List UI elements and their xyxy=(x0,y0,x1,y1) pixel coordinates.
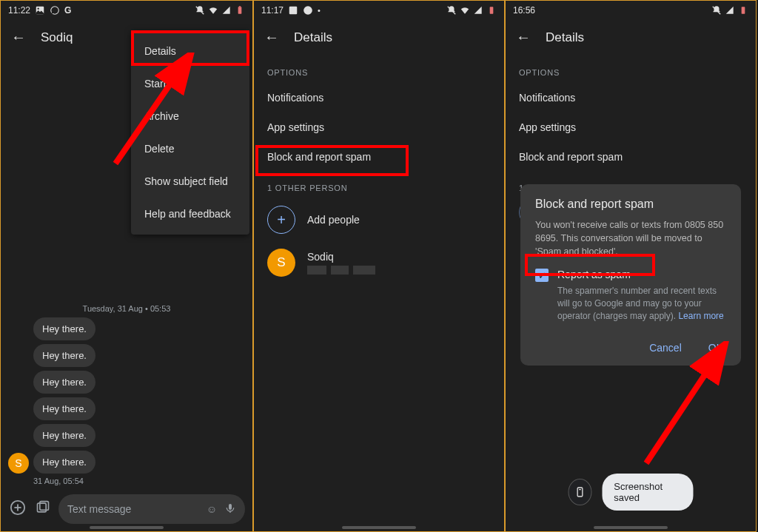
dialog-title: Block and report spam xyxy=(535,198,726,211)
report-spam-subtext: The spammer's number and recent texts wi… xyxy=(557,285,726,322)
mic-icon[interactable] xyxy=(224,502,236,516)
emoji-icon[interactable]: ☺ xyxy=(207,503,217,515)
menu-starred[interactable]: Starred xyxy=(131,67,249,100)
back-arrow-icon[interactable]: ← xyxy=(11,29,26,46)
back-arrow-icon[interactable]: ← xyxy=(264,29,279,46)
compose-bar: Text message ☺ xyxy=(1,494,252,524)
dnd-icon xyxy=(711,5,722,16)
battery-icon xyxy=(235,5,245,16)
screenshot-panel-3: 16:56 ← Details OPTIONS Notifications Ap… xyxy=(505,0,757,532)
section-people-label: 1 OTHER PERSON xyxy=(254,172,504,198)
page-title: Details xyxy=(294,30,332,45)
svg-rect-19 xyxy=(742,7,745,13)
chat-date: Tuesday, 31 Aug • 05:53 xyxy=(1,300,252,317)
svg-rect-13 xyxy=(229,504,232,510)
ok-button[interactable]: OK xyxy=(705,337,726,358)
menu-help[interactable]: Help and feedback xyxy=(131,198,249,230)
signal-icon xyxy=(473,5,483,16)
cancel-button[interactable]: Cancel xyxy=(646,337,685,358)
plus-circle-icon: + xyxy=(267,206,295,234)
whatsapp-icon xyxy=(303,5,313,16)
svg-point-1 xyxy=(38,8,39,10)
status-time: 16:56 xyxy=(513,5,535,16)
signal-icon xyxy=(221,5,232,16)
overflow-menu: Details Starred Archive Delete Show subj… xyxy=(131,30,249,235)
status-time: 11:22 xyxy=(8,5,30,16)
block-spam-dialog: Block and report spam You won't receive … xyxy=(520,184,741,366)
person-name: Sodiq xyxy=(307,251,375,263)
message-placeholder: Text message xyxy=(67,503,207,515)
whatsapp-icon xyxy=(50,5,60,16)
message-bubble[interactable]: Hey there. xyxy=(33,424,95,447)
learn-more-link[interactable]: Learn more xyxy=(678,311,723,321)
svg-rect-4 xyxy=(238,7,242,13)
details-header: ← Details xyxy=(254,18,504,56)
menu-archive[interactable]: Archive xyxy=(131,100,249,132)
screenshot-panel-1: 11:22 G ← Sodiq Details Starred Archive … xyxy=(0,0,253,532)
refresh-icon[interactable] xyxy=(568,479,592,505)
menu-delete[interactable]: Delete xyxy=(131,132,249,165)
chat-messages: Tuesday, 31 Aug • 05:53 Hey there. Hey t… xyxy=(1,300,252,485)
option-app-settings[interactable]: App settings xyxy=(254,112,504,142)
person-row[interactable]: S Sodiq xyxy=(254,241,504,284)
svg-rect-5 xyxy=(239,6,241,7)
battery-icon xyxy=(486,5,497,16)
svg-line-21 xyxy=(646,351,720,463)
option-notifications[interactable]: Notifications xyxy=(506,83,756,112)
report-spam-checkbox[interactable]: ✓ xyxy=(535,269,549,282)
gallery-icon[interactable] xyxy=(33,500,53,519)
wifi-icon xyxy=(208,5,218,16)
dnd-icon xyxy=(446,5,457,16)
message-bubble[interactable]: Hey there. xyxy=(33,344,95,367)
back-arrow-icon[interactable]: ← xyxy=(516,29,531,46)
status-bar: 11:22 G xyxy=(1,1,252,18)
message-bubble[interactable]: Hey there. xyxy=(33,451,95,474)
dialog-body: You won't receive calls or texts from 08… xyxy=(535,218,726,258)
dnd-icon xyxy=(195,5,205,16)
report-spam-label: Report as spam xyxy=(557,269,726,280)
message-bubble[interactable]: Hey there. xyxy=(33,317,95,340)
details-header: ← Details xyxy=(506,18,756,56)
nav-handle[interactable] xyxy=(90,526,164,529)
wifi-icon xyxy=(460,5,470,16)
svg-rect-14 xyxy=(289,7,298,15)
svg-rect-17 xyxy=(490,7,494,13)
message-timestamp: 31 Aug, 05:54 xyxy=(1,474,252,485)
contact-name[interactable]: Sodiq xyxy=(41,30,73,45)
section-options-label: OPTIONS xyxy=(254,56,504,83)
message-input[interactable]: Text message ☺ xyxy=(58,494,245,524)
page-title: Details xyxy=(546,30,584,45)
option-notifications[interactable]: Notifications xyxy=(254,83,504,112)
message-bubble[interactable]: Hey there. xyxy=(33,371,95,394)
toast-text[interactable]: Screenshot saved xyxy=(602,474,693,511)
person-number-redacted xyxy=(307,266,375,275)
message-bubble[interactable]: Hey there. xyxy=(33,397,95,420)
status-time: 11:17 xyxy=(261,5,284,16)
toast: Screenshot saved xyxy=(568,474,694,511)
battery-icon xyxy=(738,5,748,16)
menu-details[interactable]: Details xyxy=(131,35,249,67)
screenshot-panel-2: 11:17 • ← Details OPTIONS Notifications … xyxy=(253,0,505,532)
signal-icon xyxy=(725,5,735,16)
option-block-report-spam[interactable]: Block and report spam xyxy=(254,142,504,172)
add-people-button[interactable]: + Add people xyxy=(254,198,504,241)
svg-point-15 xyxy=(303,6,312,15)
image-icon xyxy=(35,5,45,16)
status-bar: 11:17 • xyxy=(254,1,504,18)
section-options-label: OPTIONS xyxy=(506,56,756,83)
option-block-report-spam[interactable]: Block and report spam xyxy=(506,142,756,172)
avatar: S xyxy=(267,249,295,277)
status-bar: 16:56 xyxy=(506,1,756,18)
nav-handle[interactable] xyxy=(594,526,668,529)
image-icon xyxy=(288,5,298,16)
svg-rect-22 xyxy=(577,488,583,496)
add-people-label: Add people xyxy=(307,214,360,226)
more-notifications-icon: • xyxy=(318,6,321,15)
google-g-icon: G xyxy=(64,5,71,16)
nav-handle[interactable] xyxy=(342,526,416,529)
avatar[interactable]: S xyxy=(8,453,29,474)
menu-subject[interactable]: Show subject field xyxy=(131,165,249,198)
option-app-settings[interactable]: App settings xyxy=(506,112,756,142)
add-icon[interactable] xyxy=(8,499,27,519)
